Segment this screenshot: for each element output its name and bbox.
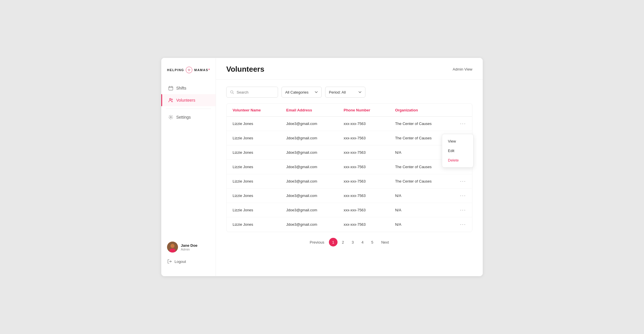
avatar [167, 242, 178, 253]
page-title: Volunteers [226, 65, 264, 74]
table-row: Lizzie Jones Jdoe3@gmail.com xxx-xxx-756… [227, 174, 472, 189]
logo-text-left: HELPING [167, 68, 184, 72]
pagination-page-5[interactable]: 5 [368, 238, 377, 246]
pagination-page-4[interactable]: 4 [358, 238, 367, 246]
pagination-next[interactable]: Next [378, 238, 392, 246]
nav-divider [166, 109, 211, 109]
user-role: Admin [181, 248, 198, 251]
sidebar-item-volunteers-label: Volunteers [176, 98, 195, 103]
calendar-icon [168, 86, 173, 91]
cell-actions[interactable]: ··· [454, 174, 472, 189]
action-menu-button[interactable]: ··· [460, 207, 466, 213]
cell-actions[interactable]: ··· [454, 117, 472, 131]
categories-filter[interactable]: All CategoriesCategory ACategory B [281, 87, 322, 98]
cell-name: Lizzie Jones [227, 117, 281, 131]
user-info: Jane Doe Admin [167, 242, 210, 253]
chevron-down-period-icon [358, 90, 362, 94]
logo-text-right: MAMAS [194, 68, 208, 72]
context-menu: View Edit Delete [442, 134, 474, 168]
cell-actions[interactable]: ··· [454, 203, 472, 217]
col-header-name: Volunteer Name [227, 104, 281, 117]
sidebar-item-shifts[interactable]: Shifts [161, 82, 216, 94]
cell-name: Lizzie Jones [227, 203, 281, 217]
cell-email: Jdoe3@gmail.com [281, 174, 338, 189]
cell-phone: xxx-xxx-7563 [338, 145, 389, 160]
cell-phone: xxx-xxx-7563 [338, 117, 389, 131]
user-details: Jane Doe Admin [181, 243, 198, 251]
cell-email: Jdoe3@gmail.com [281, 117, 338, 131]
cell-org: N/A [389, 217, 454, 232]
search-icon [230, 90, 234, 94]
app-container: HELPING MAMAS * Shifts [161, 58, 483, 276]
logo-icon [186, 66, 192, 74]
table-row: Lizzie Jones Jdoe3@gmail.com xxx-xxx-756… [227, 160, 472, 174]
sidebar-item-shifts-label: Shifts [176, 86, 186, 90]
cell-phone: xxx-xxx-7563 [338, 174, 389, 189]
svg-point-1 [188, 69, 189, 70]
action-menu-button[interactable]: ··· [460, 221, 466, 227]
cell-email: Jdoe3@gmail.com [281, 145, 338, 160]
table-wrapper: Volunteer Name Email Address Phone Numbe… [226, 103, 472, 232]
table-row: Lizzie Jones Jdoe3@gmail.com xxx-xxx-756… [227, 203, 472, 217]
col-header-email: Email Address [281, 104, 338, 117]
cell-actions[interactable]: ··· [454, 189, 472, 203]
col-header-org: Organization [389, 104, 454, 117]
cell-org: The Center of Causes [389, 117, 454, 131]
context-menu-edit[interactable]: Edit [442, 146, 473, 155]
action-menu-button[interactable]: ··· [460, 193, 466, 199]
pagination-page-3[interactable]: 3 [348, 238, 357, 246]
nav-items: Shifts Volunteers Settings [161, 82, 216, 237]
cell-name: Lizzie Jones [227, 174, 281, 189]
table-row: Lizzie Jones Jdoe3@gmail.com xxx-xxx-756… [227, 131, 472, 145]
sidebar-item-settings[interactable]: Settings [161, 111, 216, 123]
logout-label: Logout [175, 259, 186, 264]
pagination-page-1[interactable]: 1 [329, 238, 338, 246]
svg-point-5 [172, 99, 173, 100]
cell-email: Jdoe3@gmail.com [281, 160, 338, 174]
col-header-phone: Phone Number [338, 104, 389, 117]
logo-asterisk: * [208, 68, 210, 72]
cell-email: Jdoe3@gmail.com [281, 131, 338, 145]
cell-name: Lizzie Jones [227, 189, 281, 203]
main-body: All CategoriesCategory ACategory B Perio… [216, 80, 483, 276]
context-menu-delete[interactable]: Delete [442, 155, 473, 165]
svg-point-8 [170, 244, 175, 248]
cell-phone: xxx-xxx-7563 [338, 131, 389, 145]
svg-rect-3 [169, 87, 173, 90]
table-header: Volunteer Name Email Address Phone Numbe… [227, 104, 472, 117]
table-row: Lizzie Jones Jdoe3@gmail.com xxx-xxx-756… [227, 217, 472, 232]
search-input[interactable] [237, 90, 274, 94]
period-filter[interactable]: Period: AllThis WeekThis Month [325, 87, 365, 98]
cell-actions[interactable]: ··· [454, 217, 472, 232]
pagination-page-2[interactable]: 2 [339, 238, 347, 246]
table-row: Lizzie Jones Jdoe3@gmail.com xxx-xxx-756… [227, 189, 472, 203]
pagination-previous[interactable]: Previous [306, 238, 328, 246]
pagination: Previous 1 2 3 4 5 Next [226, 232, 472, 248]
action-menu-button[interactable]: ··· [460, 178, 466, 184]
search-input-wrapper[interactable] [226, 87, 278, 98]
main-content: Volunteers Admin View All CategoriesCate… [216, 58, 483, 276]
context-menu-view[interactable]: View [442, 136, 473, 146]
categories-select[interactable]: All CategoriesCategory ACategory B [285, 90, 313, 94]
table-body: Lizzie Jones Jdoe3@gmail.com xxx-xxx-756… [227, 117, 472, 232]
cell-name: Lizzie Jones [227, 217, 281, 232]
cell-email: Jdoe3@gmail.com [281, 217, 338, 232]
volunteers-table: Volunteer Name Email Address Phone Numbe… [227, 104, 472, 232]
logo-area: HELPING MAMAS * [161, 66, 216, 82]
logout-button[interactable]: Logout [167, 257, 210, 266]
cell-phone: xxx-xxx-7563 [338, 189, 389, 203]
cell-phone: xxx-xxx-7563 [338, 160, 389, 174]
cell-name: Lizzie Jones [227, 145, 281, 160]
logout-icon [167, 259, 172, 264]
chevron-down-icon [315, 90, 318, 94]
settings-icon [168, 115, 173, 120]
action-menu-button[interactable]: ··· [460, 121, 466, 127]
period-select[interactable]: Period: AllThis WeekThis Month [329, 90, 356, 94]
sidebar-item-volunteers[interactable]: Volunteers [161, 94, 216, 106]
volunteers-icon [168, 98, 173, 103]
cell-email: Jdoe3@gmail.com [281, 203, 338, 217]
sidebar: HELPING MAMAS * Shifts [161, 58, 216, 276]
cell-org: N/A [389, 189, 454, 203]
svg-point-6 [170, 117, 172, 118]
svg-point-4 [170, 98, 171, 100]
